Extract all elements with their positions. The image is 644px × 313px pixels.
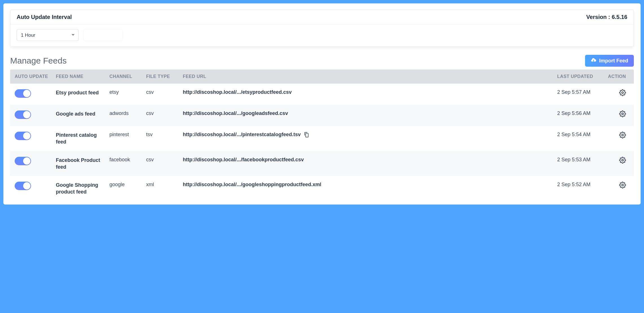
gear-icon[interactable] — [619, 132, 626, 138]
feed-name: Google ads feed — [56, 110, 103, 117]
feed-url: http://discoshop.local/.../googleadsfeed… — [183, 110, 288, 116]
version-label: Version : 6.5.16 — [586, 14, 627, 20]
feed-last-updated: 2 Sep 5:54 AM — [554, 126, 605, 151]
feeds-table-head: AUTO UPDATE FEED NAME CHANNEL FILE TYPE … — [10, 69, 634, 84]
svg-point-2 — [622, 134, 623, 136]
section-title: Manage Feeds — [10, 56, 67, 66]
svg-point-4 — [622, 184, 623, 186]
version-value: 6.5.16 — [612, 14, 627, 20]
feed-name: Google Shopping product feed — [56, 182, 103, 195]
copy-icon[interactable] — [304, 132, 309, 138]
feed-channel: adwords — [106, 105, 143, 126]
toggle-knob — [23, 182, 30, 190]
gear-icon[interactable] — [619, 157, 626, 164]
feed-url: http://discoshop.local/.../googleshoppin… — [183, 182, 321, 188]
import-feed-label: Import Feed — [599, 58, 628, 64]
col-feed-name: FEED NAME — [52, 69, 106, 84]
table-row: Pinterest catalog feedpinteresttsvhttp:/… — [10, 126, 634, 151]
feed-last-updated: 2 Sep 5:53 AM — [554, 151, 605, 176]
interval-select-wrap: 1 Hour — [17, 29, 79, 41]
col-feed-url: FEED URL — [179, 69, 554, 84]
svg-point-1 — [622, 113, 623, 115]
feed-file-type: csv — [143, 84, 179, 105]
gear-icon[interactable] — [619, 182, 626, 188]
feed-url: http://discoshop.local/.../pinterestcata… — [183, 132, 309, 138]
app-frame: Auto Update Interval Version : 6.5.16 1 … — [3, 3, 641, 205]
feed-name: Pinterest catalog feed — [56, 132, 103, 145]
gear-icon[interactable] — [619, 110, 626, 117]
panel-body: 1 Hour — [10, 25, 634, 47]
col-file-type: FILE TYPE — [143, 69, 179, 84]
feed-url-text: http://discoshop.local/.../googleshoppin… — [183, 182, 321, 188]
feed-channel: pinterest — [106, 126, 143, 151]
feed-channel: etsy — [106, 84, 143, 105]
table-row: Google Shopping product feedgooglexmlhtt… — [10, 176, 634, 201]
auto-update-toggle[interactable] — [15, 132, 31, 140]
feed-name: Facebook Product feed — [56, 157, 103, 171]
table-row: Facebook Product feedfacebookcsvhttp://d… — [10, 151, 634, 176]
panel-header: Auto Update Interval Version : 6.5.16 — [10, 10, 634, 25]
feed-name: Etsy product feed — [56, 89, 103, 96]
auto-update-panel: Auto Update Interval Version : 6.5.16 1 … — [10, 10, 634, 47]
version-prefix: Version : — [586, 14, 612, 20]
auto-update-toggle[interactable] — [15, 110, 31, 119]
auto-update-toggle[interactable] — [15, 89, 31, 98]
svg-point-0 — [622, 92, 623, 94]
feed-last-updated: 2 Sep 5:57 AM — [554, 84, 605, 105]
cloud-download-icon — [591, 57, 596, 64]
feed-url: http://discoshop.local/.../facebookprodu… — [183, 157, 304, 163]
auto-update-toggle[interactable] — [15, 182, 31, 190]
feed-channel: facebook — [106, 151, 143, 176]
toggle-knob — [23, 132, 30, 140]
table-row: Etsy product feedetsycsvhttp://discoshop… — [10, 84, 634, 105]
toggle-knob — [23, 90, 30, 97]
manage-feeds-header: Manage Feeds Import Feed — [10, 55, 634, 67]
feed-url-text: http://discoshop.local/.../etsyproductfe… — [183, 89, 292, 95]
interval-select[interactable]: 1 Hour — [17, 29, 79, 41]
feed-url-text: http://discoshop.local/.../facebookprodu… — [183, 157, 304, 163]
svg-point-3 — [622, 159, 623, 161]
col-auto-update: AUTO UPDATE — [10, 69, 52, 84]
import-feed-button[interactable]: Import Feed — [585, 55, 634, 67]
feed-channel: google — [106, 176, 143, 201]
feed-file-type: csv — [143, 151, 179, 176]
feed-file-type: csv — [143, 105, 179, 126]
panel-title: Auto Update Interval — [17, 14, 72, 20]
col-last-updated: LAST UPDATED — [554, 69, 605, 84]
feed-url: http://discoshop.local/.../etsyproductfe… — [183, 89, 292, 95]
toggle-knob — [23, 157, 30, 165]
col-action: ACTION — [605, 69, 634, 84]
feed-last-updated: 2 Sep 5:56 AM — [554, 105, 605, 126]
secondary-box — [83, 29, 123, 41]
table-row: Google ads feedadwordscsvhttp://discosho… — [10, 105, 634, 126]
feed-last-updated: 2 Sep 5:52 AM — [554, 176, 605, 201]
toggle-knob — [23, 111, 30, 118]
feeds-table: AUTO UPDATE FEED NAME CHANNEL FILE TYPE … — [10, 69, 634, 201]
feed-url-text: http://discoshop.local/.../pinterestcata… — [183, 132, 301, 138]
feeds-table-body: Etsy product feedetsycsvhttp://discoshop… — [10, 84, 634, 201]
feed-file-type: xml — [143, 176, 179, 201]
col-channel: CHANNEL — [106, 69, 143, 84]
feed-url-text: http://discoshop.local/.../googleadsfeed… — [183, 110, 288, 116]
feed-file-type: tsv — [143, 126, 179, 151]
auto-update-toggle[interactable] — [15, 157, 31, 165]
gear-icon[interactable] — [619, 89, 626, 96]
